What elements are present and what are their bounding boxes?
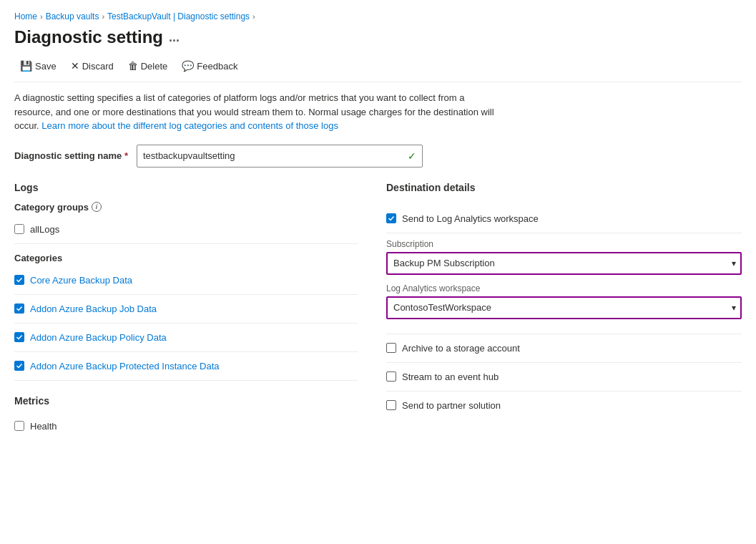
metrics-section: Metrics Health <box>14 395 358 437</box>
category-groups-info-icon[interactable]: i <box>92 202 102 212</box>
divider-2 <box>14 294 358 295</box>
divider-3 <box>14 323 358 324</box>
main-content: Logs Category groups i allLogs Categorie… <box>14 182 742 437</box>
category-label-4[interactable]: Addon Azure Backup Protected Instance Da… <box>30 361 220 371</box>
field-label: Diagnostic setting name * <box>14 150 128 161</box>
page-container: Home › Backup vaults › TestBackupVault |… <box>0 0 756 449</box>
breadcrumb-current: TestBackupVault | Diagnostic settings <box>107 11 250 21</box>
archive-storage-row: Archive to a storage account <box>386 334 742 363</box>
subscription-select[interactable]: Backup PM Subscription <box>386 252 742 275</box>
category-row-3: Addon Azure Backup Policy Data <box>14 326 358 349</box>
breadcrumb-backup-vaults[interactable]: Backup vaults <box>46 11 99 21</box>
category-groups-subtitle: Category groups i <box>14 202 358 213</box>
log-analytics-workspace-label: Log Analytics workspace <box>386 283 742 293</box>
archive-storage-label: Archive to a storage account <box>402 343 520 354</box>
divider-5 <box>14 380 358 381</box>
breadcrumb-home[interactable]: Home <box>14 11 37 21</box>
discard-icon: ✕ <box>71 60 79 72</box>
partner-solution-label: Send to partner solution <box>402 400 501 411</box>
subscription-section: Subscription Backup PM Subscription ▾ Lo… <box>386 233 742 334</box>
categories-section: Categories Core Azure Backup Data <box>14 253 358 381</box>
partner-solution-row: Send to partner solution <box>386 392 742 419</box>
archive-storage-checkbox[interactable] <box>386 343 396 353</box>
feedback-icon: 💬 <box>182 60 194 72</box>
toolbar: 💾 Save ✕ Discard 🗑 Delete 💬 Feedback <box>14 50 742 82</box>
health-checkbox[interactable] <box>14 421 24 431</box>
health-label[interactable]: Health <box>30 421 57 432</box>
subscription-select-wrapper: Backup PM Subscription ▾ <box>386 252 742 275</box>
send-log-analytics-checkbox[interactable] <box>386 213 396 223</box>
breadcrumb-sep-2: › <box>102 12 104 21</box>
title-more-options[interactable]: ... <box>169 30 180 45</box>
left-panel: Logs Category groups i allLogs Categorie… <box>14 182 358 437</box>
page-title: Diagnostic setting <box>14 27 163 47</box>
workspace-select-wrapper: ContosoTestWorkspace ▾ <box>386 296 742 319</box>
category-row-4: Addon Azure Backup Protected Instance Da… <box>14 355 358 377</box>
destination-title: Destination details <box>386 182 742 193</box>
diagnostic-setting-name-input[interactable] <box>143 150 408 161</box>
metrics-title: Metrics <box>14 395 358 407</box>
field-row: Diagnostic setting name * ✓ <box>14 145 742 167</box>
field-input-wrapper: ✓ <box>137 145 423 167</box>
send-log-analytics-row: Send to Log Analytics workspace <box>386 205 742 233</box>
delete-icon: 🗑 <box>128 60 138 72</box>
stream-event-hub-checkbox[interactable] <box>386 371 396 382</box>
right-panel: Destination details Send to Log Analytic… <box>386 182 742 437</box>
required-asterisk: * <box>124 150 128 161</box>
category-label-1[interactable]: Core Azure Backup Data <box>30 275 132 286</box>
divider-1 <box>14 243 358 244</box>
partner-solution-checkbox[interactable] <box>386 400 396 410</box>
breadcrumb: Home › Backup vaults › TestBackupVault |… <box>14 11 742 21</box>
categories-subtitle: Categories <box>14 253 358 263</box>
description: A diagnostic setting specifies a list of… <box>14 91 501 133</box>
save-button[interactable]: 💾 Save <box>14 56 62 76</box>
breadcrumb-sep-3: › <box>252 12 255 21</box>
logs-section-title: Logs <box>14 182 358 193</box>
save-label: Save <box>35 61 57 72</box>
send-log-analytics-label: Send to Log Analytics workspace <box>402 213 539 224</box>
alllogs-row: allLogs <box>14 218 358 241</box>
category-checkbox-4[interactable] <box>14 361 24 371</box>
workspace-select[interactable]: ContosoTestWorkspace <box>386 296 742 319</box>
category-checkbox-1[interactable] <box>14 275 24 285</box>
category-label-2[interactable]: Addon Azure Backup Job Data <box>30 303 157 314</box>
feedback-label: Feedback <box>197 61 237 72</box>
divider-4 <box>14 351 358 352</box>
category-row-1: Core Azure Backup Data <box>14 269 358 291</box>
category-checkbox-3[interactable] <box>14 332 24 342</box>
category-row-2: Addon Azure Backup Job Data <box>14 298 358 320</box>
save-icon: 💾 <box>20 60 32 72</box>
feedback-button[interactable]: 💬 Feedback <box>176 56 243 76</box>
alllogs-label[interactable]: allLogs <box>30 224 59 235</box>
discard-label: Discard <box>82 61 114 72</box>
discard-button[interactable]: ✕ Discard <box>65 56 119 76</box>
delete-label: Delete <box>141 61 168 72</box>
alllogs-checkbox[interactable] <box>14 224 24 234</box>
field-valid-icon: ✓ <box>408 150 416 162</box>
category-label-3[interactable]: Addon Azure Backup Policy Data <box>30 332 167 343</box>
delete-button[interactable]: 🗑 Delete <box>122 56 174 76</box>
subscription-label: Subscription <box>386 239 742 249</box>
health-metric-row: Health <box>14 415 358 437</box>
breadcrumb-sep-1: › <box>40 12 43 21</box>
category-checkbox-2[interactable] <box>14 303 24 314</box>
page-title-container: Diagnostic setting ... <box>14 27 742 47</box>
stream-event-hub-row: Stream to an event hub <box>386 363 742 392</box>
stream-event-hub-label: Stream to an event hub <box>402 371 499 382</box>
learn-more-link[interactable]: Learn more about the different log categ… <box>41 120 338 131</box>
